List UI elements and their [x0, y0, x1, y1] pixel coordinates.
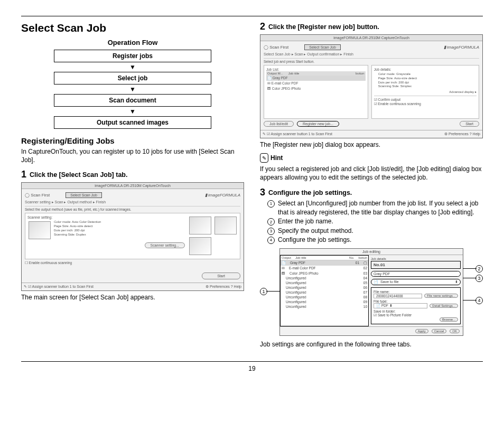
job-list: Output Job title No. button 📄Gray PDF01▢… — [280, 255, 369, 326]
page-thumbnail-icon — [214, 217, 237, 234]
jobdetails-heading: Job details — [371, 257, 461, 260]
callout-line — [266, 291, 280, 292]
filetype-label: File type: — [374, 299, 458, 303]
left-column: Select Scan Job Operation Flow Register … — [21, 22, 244, 351]
registering-intro: In CaptureOnTouch, you can register up t… — [21, 147, 244, 164]
step-number: 1 — [21, 170, 26, 179]
job-row[interactable]: 📄 Gray PDF — [266, 76, 366, 81]
job-row[interactable]: 🖼 Color JPEG iPhoto — [266, 86, 366, 91]
job-row[interactable]: Unconfigured08 — [281, 295, 368, 299]
col-no: No. — [349, 256, 354, 259]
hint-icon: ✎ — [260, 153, 268, 163]
circled-4-icon: 4 — [267, 237, 275, 244]
step-instruction: Click the [Register new job] button. — [268, 22, 379, 31]
output-method-field[interactable]: 📄Save to file⬍ — [371, 279, 461, 285]
dialog-titlebar: Job editing — [280, 249, 463, 255]
detail-row: Dots per inch: 200 dpi — [378, 81, 477, 85]
callout-line — [463, 278, 477, 278]
instruction-text: Select the output method (save as file, … — [25, 206, 240, 211]
job-row[interactable]: Unconfigured04 — [281, 276, 368, 280]
registering-heading: Registering/Editing Jobs — [21, 136, 244, 145]
enable-continuous-checkbox[interactable]: ☐ Enable continuous scanning — [25, 261, 240, 265]
flow-arrow-icon: ▼ — [21, 63, 244, 71]
joblist-edit-button[interactable]: Job list/edit — [264, 121, 294, 127]
preferences-link[interactable]: ⚙ Preferences — [444, 132, 469, 136]
callout-4-icon: 4 — [475, 297, 483, 304]
setting-row: Color mode: Auto Color Detection — [54, 220, 101, 224]
job-row[interactable]: Unconfigured10 — [281, 304, 368, 309]
tab-scan-first[interactable]: Scan First — [269, 45, 288, 50]
job-row[interactable]: Unconfigured05 — [281, 280, 368, 285]
advanced-display-link[interactable]: Advanced display ▸ — [374, 90, 477, 93]
figure-caption: Job settings are configured in the follo… — [260, 340, 483, 349]
substep-text: Select an [Unconfigured] job number from… — [278, 199, 483, 218]
assign-scanner-button-checkbox[interactable]: Assign scanner button 1 to Scan First — [271, 132, 332, 136]
job-row[interactable]: 🖼Color JPEG iPhoto03 — [281, 271, 368, 276]
detail-row: Page Size: Auto-size detect — [378, 77, 477, 81]
detail-row: Color mode: Grayscale — [378, 72, 477, 77]
start-button[interactable]: Start — [202, 273, 240, 279]
job-row[interactable]: Unconfigured07 — [281, 290, 368, 295]
preferences-link[interactable]: ⚙ Preferences — [206, 285, 230, 288]
job-row[interactable]: Unconfigured06 — [281, 285, 368, 290]
substep-text: Specify the output method. — [278, 227, 353, 236]
page-thumbnail-icon — [189, 217, 211, 234]
flow-box-scan: Scan document — [54, 94, 211, 107]
save-to-picture-checkbox[interactable]: ☑ Save to Picture Folder — [374, 313, 458, 317]
filename-value[interactable]: 20080124144008 — [374, 294, 422, 298]
tab-select-scan-job[interactable]: Select Scan Job — [304, 44, 341, 50]
circled-2-icon: 2 — [267, 218, 275, 226]
ok-button[interactable]: OK — [450, 329, 460, 333]
figure-caption: The [Register new job] dialog box appear… — [260, 140, 483, 149]
col-title: Job title — [288, 72, 300, 75]
page-title: Select Scan Job — [21, 22, 244, 34]
apply-button[interactable]: Apply — [415, 329, 428, 333]
col-output: Output M... — [267, 72, 283, 75]
flow-box-register: Register jobs — [54, 50, 211, 62]
job-name-field[interactable]: Gray PDF — [371, 271, 461, 277]
assign-scanner-button-checkbox[interactable]: Assign scanner button 1 to Scan First — [32, 285, 94, 288]
tab-select-scan-job[interactable]: Select Scan Job — [66, 192, 102, 198]
configure-substeps: 1Select an [Unconfigured] job number fro… — [267, 199, 483, 245]
help-link[interactable]: ? Help — [470, 132, 480, 136]
brand-logo: ▮ imageFORMULA — [205, 193, 240, 198]
figure-caption: The main screen for [Select Scan Job] ap… — [21, 293, 244, 302]
top-rule — [21, 16, 483, 16]
cancel-button[interactable]: Cancel — [432, 329, 447, 333]
circled-3-icon: 3 — [267, 228, 275, 235]
figure-register-new-job-screen: imageFORMULA DR-2510M CaptureOnTouch ◯ S… — [260, 34, 483, 138]
job-row[interactable]: 📄Gray PDF01▢ — [281, 260, 368, 266]
tab-scan-first[interactable]: Scan First — [31, 193, 50, 198]
instruction-text: Select job and press Start button. — [264, 58, 479, 63]
job-row[interactable]: ✉E-mail Color PDF02 — [281, 266, 368, 271]
detail-settings-button[interactable]: Detail Settings... — [430, 304, 458, 308]
callout-line — [463, 268, 477, 269]
col-button: button — [358, 256, 367, 259]
filetype-select[interactable]: 📄 PDF ⬍ — [374, 303, 427, 308]
register-new-job-button[interactable]: Register new job... — [297, 121, 339, 127]
filename-label: File name: — [374, 290, 458, 294]
substep-text: Enter the job name. — [278, 217, 333, 226]
file-settings-group: File name: 20080124144008 File name sett… — [371, 287, 461, 324]
confirm-output-checkbox[interactable]: ☑ Confirm output — [374, 98, 477, 102]
step-instruction: Configure the job settings. — [268, 187, 352, 196]
wizard-steps: Scanner setting ▸ Scan ▸ Output method ▸… — [25, 200, 240, 204]
help-link[interactable]: ? Help — [231, 285, 241, 288]
joblist-heading: Job List: — [266, 68, 366, 71]
job-row[interactable]: Unconfigured09 — [281, 299, 368, 304]
callout-line — [463, 300, 477, 300]
browse-button[interactable]: Browse... — [440, 317, 458, 322]
job-number-label: No.01 — [371, 261, 461, 269]
step-3: 3 Configure the job settings. — [260, 187, 483, 197]
callout-1-icon: 1 — [260, 288, 267, 295]
wizard-steps: Select Scan Job ▸ Scan ▸ Output confirma… — [264, 52, 479, 57]
start-button[interactable]: Start — [460, 121, 479, 127]
enable-continuous-checkbox[interactable]: ☑ Enable continuous scanning — [374, 102, 477, 106]
page-number: 19 — [21, 361, 483, 372]
figure-job-editing: 1 2 3 4 Job editing Output Job title No.… — [260, 248, 483, 338]
job-editing-dialog: Job editing Output Job title No. button … — [279, 248, 463, 336]
flow-arrow-icon: ▼ — [21, 108, 244, 115]
job-row[interactable]: ✉ E-mail Color PDF — [266, 81, 366, 86]
scanner-setting-button[interactable]: Scanner setting... — [145, 242, 185, 248]
filename-settings-button[interactable]: File name settings... — [424, 294, 458, 298]
